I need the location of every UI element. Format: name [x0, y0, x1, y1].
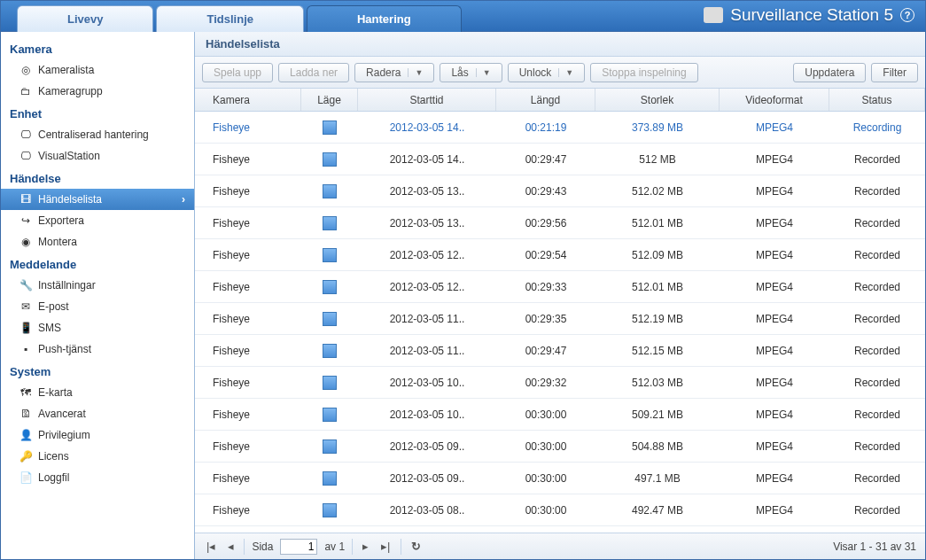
sidebar-item[interactable]: 🔑Licens	[1, 446, 194, 467]
sidebar-item-label: Inställningar	[38, 279, 96, 292]
sidebar-item-label: Licens	[38, 450, 69, 463]
cell-start: 2012-03-05 11..	[358, 313, 496, 325]
filter-button[interactable]: Filter	[871, 63, 918, 82]
cell-size: 512.01 MB	[595, 281, 720, 293]
cell-length: 00:29:32	[496, 377, 595, 389]
cell-status: Recorded	[829, 217, 925, 229]
cell-size: 512.09 MB	[595, 249, 720, 261]
mode-icon	[323, 248, 337, 262]
sidebar-item[interactable]: ↪Exportera	[1, 210, 194, 231]
help-icon[interactable]: ?	[900, 8, 914, 22]
page-input[interactable]	[280, 539, 317, 555]
col-camera[interactable]: Kamera	[195, 89, 301, 111]
cell-format: MPEG4	[720, 377, 829, 389]
cell-mode	[301, 152, 358, 167]
mode-icon	[323, 471, 337, 486]
mode-icon	[323, 121, 337, 135]
sidebar-item-icon: 📱	[19, 321, 33, 335]
app-title: Surveillance Station 5	[730, 5, 893, 25]
col-size[interactable]: Storlek	[595, 89, 720, 111]
chevron-down-icon: ▼	[558, 68, 573, 77]
cell-start: 2012-03-05 10..	[358, 408, 496, 421]
cell-status: Recorded	[829, 313, 925, 325]
sidebar-item-label: Kameralista	[38, 64, 94, 76]
last-page-button[interactable]: ▸|	[378, 540, 393, 553]
grid-header: Kamera Läge Starttid Längd Storlek Video…	[195, 89, 925, 112]
cell-format: MPEG4	[720, 281, 829, 293]
cell-size: 512.01 MB	[595, 217, 720, 229]
unlock-button[interactable]: Unlock▼	[508, 63, 586, 82]
sidebar-item-icon: ▪	[19, 342, 33, 356]
cell-format: MPEG4	[720, 153, 829, 166]
sidebar-item[interactable]: 🖵VisualStation	[1, 145, 194, 167]
col-length[interactable]: Längd	[496, 89, 595, 111]
cell-length: 00:29:35	[496, 313, 595, 325]
cell-mode	[301, 121, 358, 135]
table-row[interactable]: Fisheye2012-03-05 09..00:30:00497.1 MBMP…	[195, 463, 925, 494]
tab-management[interactable]: Hantering	[307, 5, 462, 32]
col-start[interactable]: Starttid	[358, 89, 496, 111]
first-page-button[interactable]: |◂	[204, 540, 218, 553]
refresh-button[interactable]: Uppdatera	[793, 63, 866, 82]
play-button[interactable]: Spela upp	[202, 63, 273, 82]
cell-size: 512.02 MB	[595, 185, 720, 198]
mode-icon	[323, 439, 337, 454]
cell-length: 00:30:00	[496, 504, 595, 517]
table-row[interactable]: Fisheye2012-03-05 13..00:29:43512.02 MBM…	[195, 175, 925, 207]
sidebar-item[interactable]: 🗀Kameragrupp	[1, 81, 194, 102]
sidebar-item-icon: 🖻	[19, 407, 33, 421]
sidebar-group-title: System	[1, 360, 194, 382]
sidebar-item[interactable]: 🔧Inställningar	[1, 275, 194, 296]
mode-icon	[323, 216, 337, 230]
delete-button[interactable]: Radera▼	[354, 63, 434, 82]
stop-recording-button[interactable]: Stoppa inspelning	[590, 63, 697, 82]
table-row[interactable]: Fisheye2012-03-05 12..00:29:33512.01 MBM…	[195, 271, 925, 303]
reload-icon[interactable]: ↻	[409, 540, 424, 553]
table-row[interactable]: Fisheye2012-03-05 09..00:30:00504.88 MBM…	[195, 431, 925, 463]
cell-status: Recorded	[829, 345, 925, 357]
cell-mode	[301, 408, 358, 422]
table-row[interactable]: Fisheye2012-03-05 08..00:30:00492.47 MBM…	[195, 494, 925, 526]
pager-status: Visar 1 - 31 av 31	[833, 541, 916, 553]
table-row[interactable]: Fisheye2012-03-05 13..00:29:56512.01 MBM…	[195, 207, 925, 239]
download-button[interactable]: Ladda ner	[278, 63, 349, 82]
sidebar-item[interactable]: 🗺E-karta	[1, 382, 194, 403]
sidebar-item[interactable]: 🎞Händelselista	[1, 189, 194, 210]
table-row[interactable]: Fisheye2012-03-05 10..00:29:32512.03 MBM…	[195, 367, 925, 399]
sidebar-item[interactable]: 👤Privilegium	[1, 424, 194, 446]
table-row[interactable]: Fisheye2012-03-05 14..00:21:19373.89 MBM…	[195, 112, 925, 144]
table-row[interactable]: Fisheye2012-03-05 10..00:30:00509.21 MBM…	[195, 399, 925, 431]
sidebar-item-icon: ✉	[19, 299, 33, 314]
grid-body[interactable]: Fisheye2012-03-05 14..00:21:19373.89 MBM…	[195, 112, 925, 533]
table-row[interactable]: Fisheye2012-03-05 11..00:29:35512.19 MBM…	[195, 303, 925, 335]
cell-size: 512 MB	[595, 153, 720, 166]
sidebar-item-icon: ◎	[19, 63, 33, 77]
col-mode[interactable]: Läge	[301, 89, 358, 111]
sidebar-item[interactable]: 🖻Avancerat	[1, 403, 194, 424]
sidebar-item[interactable]: ◉Montera	[1, 231, 194, 253]
sidebar-item[interactable]: 📄Loggfil	[1, 467, 194, 488]
lock-button[interactable]: Lås▼	[440, 63, 502, 82]
sidebar-item[interactable]: 📱SMS	[1, 317, 194, 338]
sidebar-item-label: Kameragrupp	[38, 85, 103, 97]
cell-start: 2012-03-05 12..	[358, 249, 496, 261]
cell-start: 2012-03-05 12..	[358, 281, 496, 293]
sidebar-item[interactable]: ✉E-post	[1, 296, 194, 317]
cell-camera: Fisheye	[195, 345, 301, 357]
tab-timeline[interactable]: Tidslinje	[156, 5, 304, 32]
prev-page-button[interactable]: ◂	[225, 540, 237, 553]
col-format[interactable]: Videoformat	[720, 89, 829, 111]
cell-size: 512.19 MB	[595, 313, 720, 325]
sidebar-item[interactable]: 🖵Centraliserad hantering	[1, 124, 194, 145]
table-row[interactable]: Fisheye2012-03-05 12..00:29:54512.09 MBM…	[195, 239, 925, 271]
table-row[interactable]: Fisheye2012-03-05 14..00:29:47512 MBMPEG…	[195, 144, 925, 175]
cell-mode	[301, 439, 358, 454]
next-page-button[interactable]: ▸	[360, 540, 371, 553]
sidebar-item[interactable]: ◎Kameralista	[1, 59, 194, 81]
cell-format: MPEG4	[720, 249, 829, 261]
tab-liveview[interactable]: Livevy	[17, 5, 153, 32]
col-status[interactable]: Status	[829, 89, 925, 111]
sidebar-item[interactable]: ▪Push-tjänst	[1, 338, 194, 360]
page-label: Sida	[252, 541, 273, 553]
table-row[interactable]: Fisheye2012-03-05 11..00:29:47512.15 MBM…	[195, 335, 925, 367]
